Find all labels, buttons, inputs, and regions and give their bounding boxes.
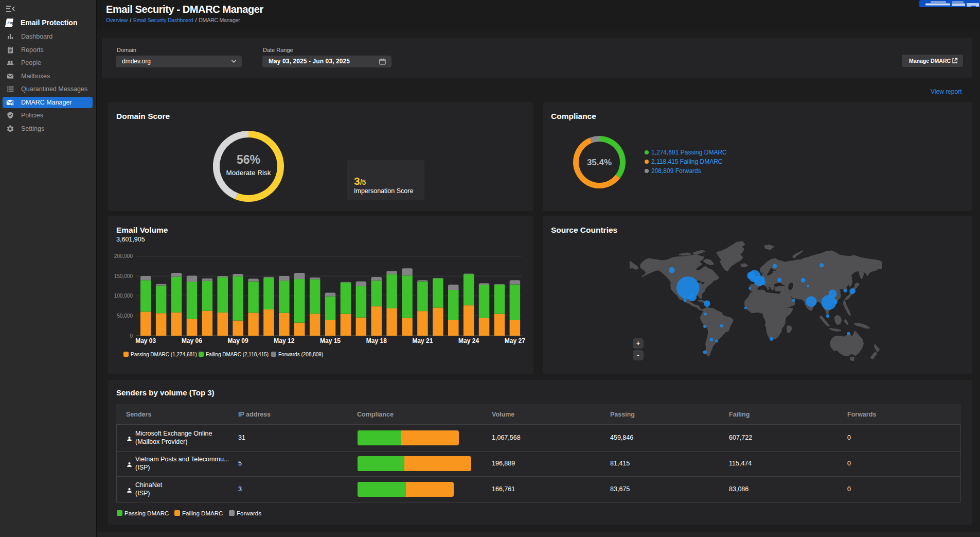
svg-text:50,000: 50,000: [117, 313, 133, 319]
svg-text:35.4%: 35.4%: [587, 158, 612, 167]
svg-text:May 21: May 21: [412, 337, 433, 344]
svg-text:100,000: 100,000: [114, 293, 133, 299]
svg-text:May 18: May 18: [366, 337, 387, 344]
svg-text:May 06: May 06: [182, 337, 202, 344]
svg-text:56%: 56%: [237, 153, 260, 166]
svg-text:May 24: May 24: [458, 337, 479, 344]
svg-text:May 03: May 03: [135, 337, 156, 344]
svg-text:0: 0: [130, 333, 133, 339]
svg-text:Moderate Risk: Moderate Risk: [226, 169, 271, 177]
svg-text:May 12: May 12: [274, 337, 294, 344]
svg-text:200,000: 200,000: [114, 253, 133, 259]
svg-text:Em: Em: [8, 21, 13, 25]
svg-text:May 09: May 09: [228, 337, 248, 344]
svg-text:150,000: 150,000: [114, 273, 133, 279]
svg-text:May 27: May 27: [505, 337, 525, 344]
svg-text:May 15: May 15: [320, 337, 341, 344]
